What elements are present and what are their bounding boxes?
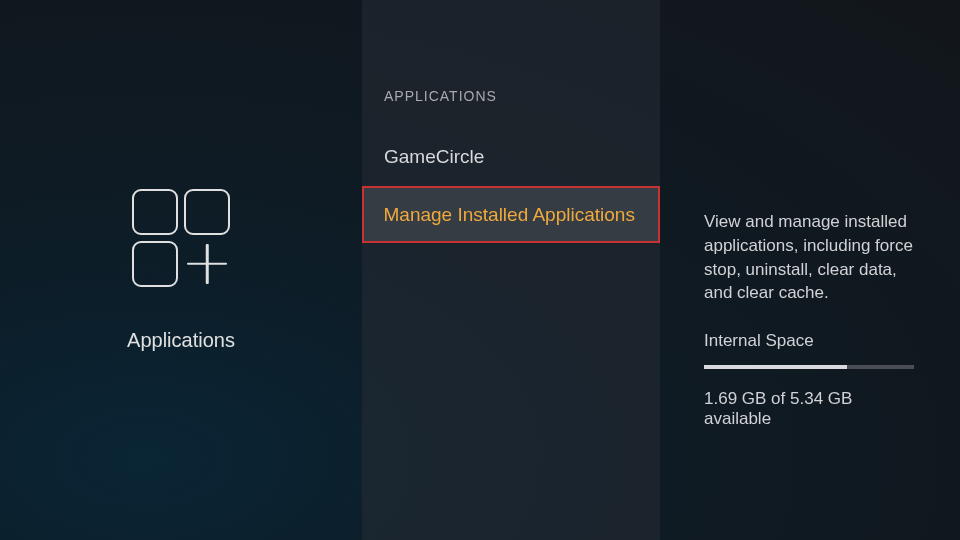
storage-label: Internal Space <box>704 331 922 351</box>
page-title: Applications <box>127 329 235 352</box>
applications-icon <box>132 189 230 287</box>
left-panel: Applications <box>0 0 362 540</box>
app-grid-square-icon <box>132 189 178 235</box>
storage-details: 1.69 GB of 5.34 GB available <box>704 389 922 429</box>
item-description: View and manage installed applications, … <box>704 210 922 305</box>
storage-progress-bar <box>704 365 914 369</box>
app-grid-square-icon <box>184 189 230 235</box>
details-panel: View and manage installed applications, … <box>660 0 960 540</box>
menu-item-gamecircle[interactable]: GameCircle <box>362 128 660 186</box>
section-header: APPLICATIONS <box>362 88 660 128</box>
storage-progress-fill <box>704 365 847 369</box>
app-grid-plus-icon <box>184 241 230 287</box>
menu-item-manage-installed-applications[interactable]: Manage Installed Applications <box>362 186 660 243</box>
menu-panel: APPLICATIONS GameCircle Manage Installed… <box>362 0 660 540</box>
app-grid-square-icon <box>132 241 178 287</box>
